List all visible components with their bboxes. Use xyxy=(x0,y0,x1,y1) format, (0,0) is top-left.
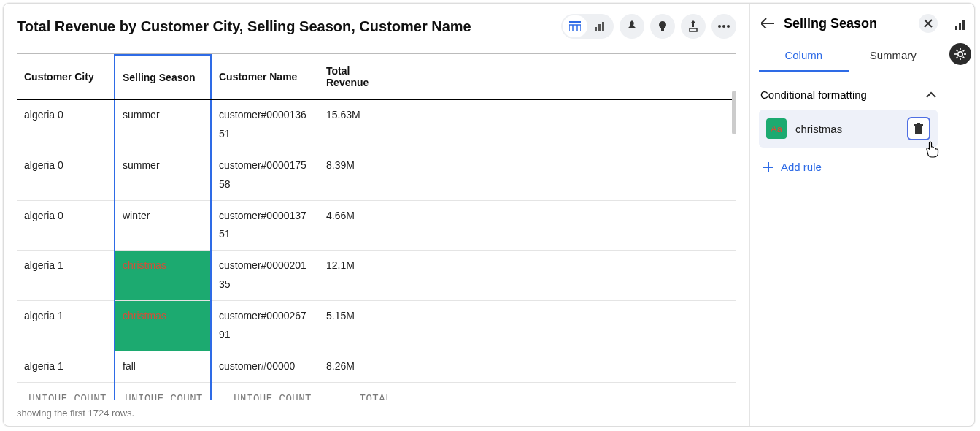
svg-point-7 xyxy=(659,21,666,28)
svg-rect-6 xyxy=(602,22,604,31)
col-header-customer[interactable]: Customer Name xyxy=(211,55,319,99)
table-row[interactable]: algeria 0summercustomer#0000175588.39M xyxy=(17,150,736,200)
table-cell: winter xyxy=(115,200,211,251)
data-table: Customer City Selling Season Customer Na… xyxy=(17,53,736,400)
svg-rect-1 xyxy=(569,25,581,31)
svg-point-12 xyxy=(727,25,730,28)
table-cell: customer#000017558 xyxy=(211,150,319,200)
insight-button[interactable] xyxy=(650,14,675,39)
table-cell xyxy=(399,301,736,351)
pin-icon xyxy=(627,20,637,32)
more-icon xyxy=(718,25,730,28)
trash-icon xyxy=(914,123,923,134)
row-count-label: showing the first 1724 rows. xyxy=(17,400,736,419)
footer-label: TOTAL xyxy=(319,382,399,400)
rule-label: christmas xyxy=(795,123,898,135)
add-rule-label: Add rule xyxy=(781,161,822,173)
svg-rect-15 xyxy=(917,123,920,124)
col-header-revenue[interactable]: Total Revenue xyxy=(319,55,399,99)
scrollbar[interactable] xyxy=(732,91,736,134)
table-cell: algeria 1 xyxy=(17,351,115,382)
svg-point-10 xyxy=(718,25,721,28)
share-icon xyxy=(688,20,698,32)
svg-rect-0 xyxy=(569,21,581,23)
col-header-season[interactable]: Selling Season xyxy=(115,55,211,99)
table-cell: summer xyxy=(115,99,211,150)
table-cell: customer#000026791 xyxy=(211,301,319,351)
table-row[interactable]: algeria 1christmascustomer#0000267915.15… xyxy=(17,301,736,351)
lightbulb-icon xyxy=(657,20,668,32)
table-cell: algeria 1 xyxy=(17,251,115,301)
close-icon xyxy=(924,19,933,28)
table-cell: algeria 0 xyxy=(17,99,115,150)
column-settings-panel: Selling Season Column Summary Conditiona… xyxy=(749,4,946,426)
table-cell: customer#000013651 xyxy=(211,99,319,150)
table-row[interactable]: algeria 0summercustomer#00001365115.63M xyxy=(17,99,736,150)
svg-rect-13 xyxy=(915,126,922,134)
svg-rect-4 xyxy=(595,27,597,31)
bar-chart-icon xyxy=(594,21,606,31)
table-row[interactable]: algeria 1christmascustomer#00002013512.1… xyxy=(17,251,736,301)
conditional-formatting-section[interactable]: Conditional formatting xyxy=(759,84,938,110)
share-button[interactable] xyxy=(681,14,706,39)
table-cell: customer#000013751 xyxy=(211,200,319,251)
svg-rect-14 xyxy=(914,124,923,126)
page-title: Total Revenue by Customer City, Selling … xyxy=(17,18,471,35)
table-cell: fall xyxy=(115,351,211,382)
plus-icon xyxy=(763,162,773,172)
rule-swatch: Aa xyxy=(766,118,787,139)
svg-line-27 xyxy=(956,57,957,58)
table-cell: 4.66M xyxy=(319,200,399,251)
table-row[interactable]: algeria 1fallcustomer#000008.26M xyxy=(17,351,736,382)
tab-column[interactable]: Column xyxy=(759,43,849,72)
table-cell: 8.39M xyxy=(319,150,399,200)
tab-summary[interactable]: Summary xyxy=(849,43,938,72)
table-cell: algeria 0 xyxy=(17,200,115,251)
table-cell: algeria 1 xyxy=(17,301,115,351)
svg-line-26 xyxy=(963,50,965,51)
table-cell: christmas xyxy=(115,251,211,301)
delete-rule-button[interactable] xyxy=(907,117,930,140)
view-toggle xyxy=(561,14,614,39)
panel-tabs: Column Summary xyxy=(759,43,938,72)
pin-button[interactable] xyxy=(620,14,644,39)
footer-label: UNIQUE COUNT xyxy=(211,382,319,400)
more-button[interactable] xyxy=(711,14,736,39)
table-cell xyxy=(399,351,736,382)
table-view-button[interactable] xyxy=(563,15,587,37)
table-cell: christmas xyxy=(115,301,211,351)
chevron-up-icon xyxy=(926,91,936,98)
svg-rect-9 xyxy=(690,28,697,31)
col-header-empty xyxy=(399,55,736,99)
table-row[interactable]: algeria 0wintercustomer#0000137514.66M xyxy=(17,200,736,251)
col-header-city[interactable]: Customer City xyxy=(17,55,115,99)
svg-line-24 xyxy=(956,50,957,51)
close-button[interactable] xyxy=(919,14,938,33)
back-button[interactable] xyxy=(759,15,776,32)
table-icon xyxy=(569,21,581,31)
section-label: Conditional formatting xyxy=(760,88,867,101)
svg-point-19 xyxy=(958,52,962,56)
table-cell: customer#000020135 xyxy=(211,251,319,301)
rail-chart-button[interactable] xyxy=(949,14,971,36)
formatting-rule[interactable]: Aa christmas xyxy=(759,110,938,148)
rail-settings-button[interactable] xyxy=(949,43,971,65)
svg-rect-8 xyxy=(661,28,664,31)
panel-title: Selling Season xyxy=(784,16,911,31)
add-rule-button[interactable]: Add rule xyxy=(759,148,938,186)
right-rail xyxy=(946,4,974,426)
footer-label: UNIQUE COUNT xyxy=(115,382,211,400)
table-cell xyxy=(399,99,736,150)
svg-point-11 xyxy=(722,25,725,28)
table-cell: algeria 0 xyxy=(17,150,115,200)
table-cell: 8.26M xyxy=(319,351,399,382)
toolbar xyxy=(561,14,736,39)
svg-rect-16 xyxy=(955,26,957,30)
bar-chart-icon xyxy=(954,20,966,30)
chart-view-button[interactable] xyxy=(587,15,612,37)
table-cell: summer xyxy=(115,150,211,200)
table-cell xyxy=(399,200,736,251)
svg-rect-18 xyxy=(962,20,965,30)
svg-line-25 xyxy=(963,57,965,58)
svg-rect-17 xyxy=(959,23,961,30)
